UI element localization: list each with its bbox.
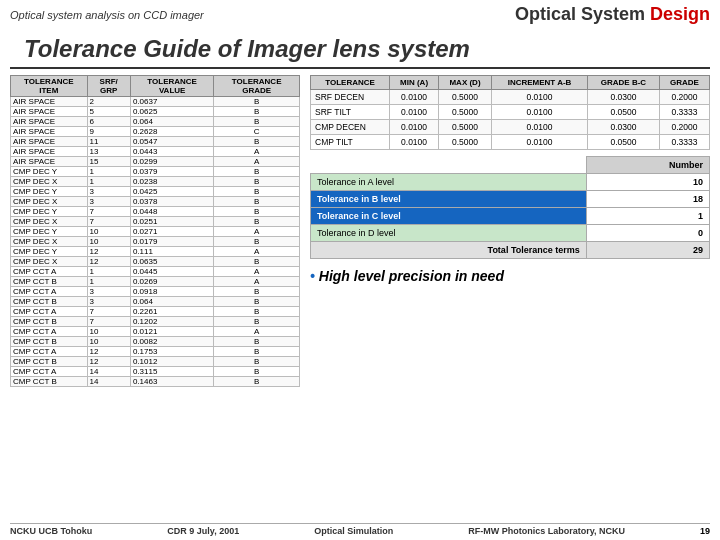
grade-table-cell: 0.5000 (439, 105, 492, 120)
table-cell: 0.0269 (130, 277, 213, 287)
table-cell: A (214, 227, 300, 237)
table-cell: 0.0179 (130, 237, 213, 247)
table-cell: 14 (87, 377, 130, 387)
table-cell: 0.1753 (130, 347, 213, 357)
tolerance-level-count: 0 (586, 225, 709, 242)
table-cell: B (214, 197, 300, 207)
total-label: Total Tolerance terms (311, 242, 587, 259)
table-cell: 10 (87, 237, 130, 247)
table-cell: 12 (87, 257, 130, 267)
grade-table-cell: SRF DECEN (311, 90, 390, 105)
table-row: CMP DEC Y30.0425B (11, 187, 300, 197)
table-row: AIR SPACE110.0547B (11, 137, 300, 147)
table-cell: B (214, 207, 300, 217)
table-row: CMP DEC Y120.111A (11, 247, 300, 257)
table-cell: 0.0082 (130, 337, 213, 347)
table-cell: 0.0271 (130, 227, 213, 237)
table-cell: 7 (87, 217, 130, 227)
table-cell: 1 (87, 167, 130, 177)
table-cell: CMP CCT A (11, 367, 88, 377)
table-row: CMP CCT A30.0918B (11, 287, 300, 297)
table-cell: A (214, 327, 300, 337)
footer: NCKU UCB Tohoku CDR 9 July, 2001 Optical… (10, 523, 710, 536)
table-cell: B (214, 257, 300, 267)
table-row: CMP CCT B30.064B (11, 297, 300, 307)
table-cell: B (214, 377, 300, 387)
table-cell: 13 (87, 147, 130, 157)
grade-table-cell: 0.0500 (588, 135, 660, 150)
table-cell: 0.111 (130, 247, 213, 257)
table-cell: CMP DEC Y (11, 227, 88, 237)
table-cell: 12 (87, 357, 130, 367)
table-cell: CMP CCT B (11, 337, 88, 347)
grade-table-cell: 0.2000 (659, 90, 709, 105)
grade-table-cell: 0.0100 (492, 105, 588, 120)
tolerance-level-row: Tolerance in D level0 (311, 225, 710, 242)
grade-table-cell: 0.5000 (439, 120, 492, 135)
table-cell: B (214, 217, 300, 227)
header-title-suffix: Design (650, 4, 710, 24)
header: Optical system analysis on CCD imager Op… (0, 0, 720, 29)
table-cell: 14 (87, 367, 130, 377)
table-cell: 0.064 (130, 117, 213, 127)
table-cell: 0.0448 (130, 207, 213, 217)
table-cell: 6 (87, 117, 130, 127)
grade-table-row: SRF TILT0.01000.50000.01000.05000.3333 (311, 105, 710, 120)
header-subtitle: Optical system analysis on CCD imager (10, 9, 204, 21)
tolerance-level-label: Tolerance in B level (311, 191, 587, 208)
high-level-text: High level precision in need (315, 268, 504, 284)
table-cell: 0.1012 (130, 357, 213, 367)
col-min: MIN (A) (390, 76, 439, 90)
table-row: AIR SPACE20.0637B (11, 97, 300, 107)
table-cell: 3 (87, 187, 130, 197)
table-row: CMP CCT A140.3115B (11, 367, 300, 377)
table-cell: 7 (87, 207, 130, 217)
tolerance-level-row: Tolerance in B level18 (311, 191, 710, 208)
table-cell: A (214, 147, 300, 157)
table-row: CMP CCT A100.0121A (11, 327, 300, 337)
grade-table-cell: 0.0100 (492, 90, 588, 105)
table-cell: 5 (87, 107, 130, 117)
footer-event: CDR 9 July, 2001 (167, 526, 239, 536)
table-cell: 10 (87, 327, 130, 337)
grade-table-cell: SRF TILT (311, 105, 390, 120)
table-cell: CMP DEC Y (11, 167, 88, 177)
col-grade: GRADE (659, 76, 709, 90)
table-cell: AIR SPACE (11, 147, 88, 157)
grade-table-cell: CMP DECEN (311, 120, 390, 135)
table-cell: B (214, 177, 300, 187)
grade-table-cell: 0.5000 (439, 135, 492, 150)
col-value: TOLERANCE VALUE (130, 76, 213, 97)
table-cell: B (214, 187, 300, 197)
table-cell: B (214, 117, 300, 127)
grade-table-cell: 0.0100 (390, 105, 439, 120)
grade-table-row: CMP TILT0.01000.50000.01000.05000.3333 (311, 135, 710, 150)
table-cell: CMP CCT A (11, 347, 88, 357)
tolerance-level-label: Tolerance in D level (311, 225, 587, 242)
table-cell: 0.0918 (130, 287, 213, 297)
grade-table-cell: 0.5000 (439, 90, 492, 105)
table-row: CMP CCT A10.0445A (11, 267, 300, 277)
table-row: AIR SPACE130.0443A (11, 147, 300, 157)
grade-table-cell: 0.0100 (390, 120, 439, 135)
table-cell: CMP CCT A (11, 327, 88, 337)
table-cell: 12 (87, 247, 130, 257)
table-row: CMP CCT B10.0269A (11, 277, 300, 287)
table-row: CMP CCT B140.1463B (11, 377, 300, 387)
left-table-body: AIR SPACE20.0637BAIR SPACE50.0625BAIR SP… (11, 97, 300, 387)
table-cell: AIR SPACE (11, 157, 88, 167)
table-cell: CMP CCT B (11, 297, 88, 307)
table-row: CMP DEC Y10.0379B (11, 167, 300, 177)
table-cell: 0.1202 (130, 317, 213, 327)
table-cell: 3 (87, 297, 130, 307)
table-cell: 0.0637 (130, 97, 213, 107)
table-cell: B (214, 317, 300, 327)
grade-table-cell: 0.0300 (588, 120, 660, 135)
table-row: AIR SPACE60.064B (11, 117, 300, 127)
col-max: MAX (D) (439, 76, 492, 90)
grade-table-row: CMP DECEN0.01000.50000.01000.03000.2000 (311, 120, 710, 135)
table-cell: CMP DEC X (11, 177, 88, 187)
number-header: Number (586, 157, 709, 174)
footer-page: 19 (700, 526, 710, 536)
table-cell: 3 (87, 287, 130, 297)
